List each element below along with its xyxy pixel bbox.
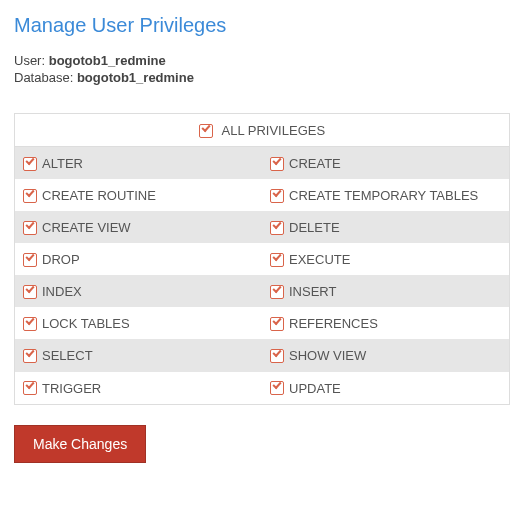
checkbox-icon[interactable] [23,317,37,331]
privilege-label: SELECT [42,349,93,364]
all-privileges-row: ALL PRIVILEGES [15,114,510,147]
table-row: TRIGGER UPDATE [15,372,510,405]
checkbox-icon[interactable] [199,124,213,138]
privilege-label: LOCK TABLES [42,316,130,331]
user-label: User: [14,53,45,68]
privilege-label: SHOW VIEW [289,349,366,364]
table-row: INDEX INSERT [15,275,510,307]
privilege-label: DROP [42,252,80,267]
privilege-label: REFERENCES [289,316,378,331]
database-label: Database: [14,70,73,85]
checkbox-icon[interactable] [270,317,284,331]
privilege-label: CREATE VIEW [42,220,131,235]
checkbox-icon[interactable] [270,221,284,235]
checkbox-icon[interactable] [23,157,37,171]
privilege-label: UPDATE [289,381,341,396]
privilege-label: CREATE ROUTINE [42,188,156,203]
checkbox-icon[interactable] [270,381,284,395]
privilege-label: DELETE [289,220,340,235]
checkbox-icon[interactable] [23,221,37,235]
table-row: ALTER CREATE [15,147,510,180]
privilege-label: INDEX [42,284,82,299]
checkbox-icon[interactable] [270,189,284,203]
privilege-label: INSERT [289,284,336,299]
checkbox-icon[interactable] [23,189,37,203]
user-info-line: User: bogotob1_redmine [14,53,510,68]
page-title: Manage User Privileges [14,14,510,37]
privilege-label: ALTER [42,156,83,171]
checkbox-icon[interactable] [270,157,284,171]
checkbox-icon[interactable] [270,285,284,299]
checkbox-icon[interactable] [23,349,37,363]
table-row: DROP EXECUTE [15,243,510,275]
checkbox-icon[interactable] [270,349,284,363]
table-row: CREATE ROUTINE CREATE TEMPORARY TABLES [15,179,510,211]
database-value: bogotob1_redmine [77,70,194,85]
checkbox-icon[interactable] [270,253,284,267]
user-value: bogotob1_redmine [49,53,166,68]
checkbox-icon[interactable] [23,253,37,267]
privilege-label: CREATE TEMPORARY TABLES [289,188,478,203]
privileges-table: ALL PRIVILEGES ALTER CREATE CREATE ROUTI… [14,113,510,405]
checkbox-icon[interactable] [23,381,37,395]
table-row: CREATE VIEW DELETE [15,211,510,243]
make-changes-button[interactable]: Make Changes [14,425,146,463]
table-row: SELECT SHOW VIEW [15,339,510,371]
table-row: LOCK TABLES REFERENCES [15,307,510,339]
privilege-label: CREATE [289,156,341,171]
privilege-label: TRIGGER [42,381,101,396]
all-privileges-label: ALL PRIVILEGES [222,123,326,138]
checkbox-icon[interactable] [23,285,37,299]
database-info-line: Database: bogotob1_redmine [14,70,510,85]
privilege-label: EXECUTE [289,252,350,267]
